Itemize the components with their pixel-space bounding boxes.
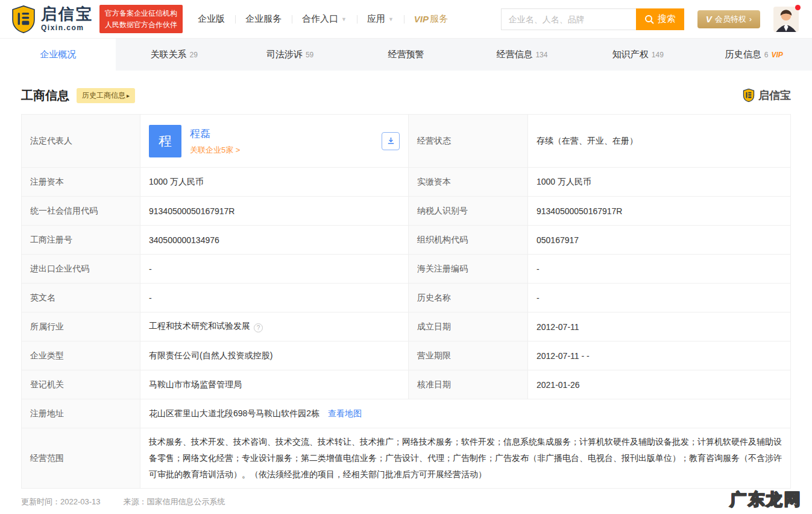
field-label: 经营范围 — [22, 428, 140, 489]
business-info-section: 工商信息 历史工商信息▸ 启信宝 法定代表人 程 — [0, 85, 812, 507]
field-label: 核准日期 — [409, 370, 528, 399]
field-value: - — [140, 255, 409, 284]
field-label: 法定代表人 — [22, 115, 140, 168]
field-label: 组织机构代码 — [409, 226, 528, 255]
update-time: 更新时间：2022-03-13 — [21, 497, 101, 507]
nav-item[interactable]: 企业服务 — [235, 13, 292, 25]
search-icon — [644, 14, 654, 24]
notification-dot — [795, 5, 801, 10]
field-label: 纳税人识别号 — [409, 197, 528, 226]
field-value: - — [528, 284, 791, 313]
legal-rep-name-link[interactable]: 程磊 — [190, 127, 240, 141]
nav-item[interactable]: 企业版 — [187, 13, 235, 25]
field-label: 企业类型 — [22, 341, 140, 370]
search-input[interactable] — [501, 8, 636, 30]
field-value: 马鞍山市市场监督管理局 — [140, 370, 409, 399]
vip-check-icon: V — [706, 14, 712, 24]
field-label: 成立日期 — [409, 313, 528, 341]
business-info-table: 法定代表人 程 程磊 关联企业5家 > — [21, 114, 791, 489]
tab[interactable]: 司法涉诉 59 — [232, 39, 348, 71]
avatar-image — [773, 7, 799, 32]
field-value: 050167917 — [528, 226, 791, 255]
field-label: 所属行业 — [22, 313, 140, 341]
field-value: - — [528, 255, 791, 284]
tab[interactable]: 企业概况 — [0, 39, 116, 71]
brand-domain: Qixin.com — [41, 24, 93, 32]
table-row-address: 注册地址 花山区霍里山大道北段698号马鞍山软件园2栋 查看地图 — [22, 399, 791, 428]
table-meta: 更新时间：2022-03-13 来源：国家信用信息公示系统 — [21, 497, 791, 507]
field-label: 营业期限 — [409, 341, 528, 370]
section-title: 工商信息 — [21, 87, 69, 104]
qixin-logo[interactable]: 启信宝 Qixin.com — [11, 5, 93, 33]
table-row: 登记机关 马鞍山市市场监督管理局 核准日期 2021-01-26 — [22, 370, 791, 399]
field-label: 统一社会信用代码 — [22, 197, 140, 226]
field-label: 英文名 — [22, 284, 140, 313]
download-icon — [386, 136, 395, 145]
field-value: 2012-07-11 — [528, 313, 791, 341]
chevron-down-icon: ▼ — [388, 16, 394, 22]
user-avatar[interactable] — [773, 7, 799, 32]
chevron-down-icon: ▼ — [341, 16, 347, 22]
table-row: 进出口企业代码 - 海关注册编码 - — [22, 255, 791, 284]
shield-logo-icon — [11, 5, 36, 33]
field-value: 1000 万人民币 — [528, 168, 791, 197]
field-value: 1000 万人民币 — [140, 168, 409, 197]
tab[interactable]: 经营信息 134 — [464, 39, 580, 71]
field-label: 登记机关 — [22, 370, 140, 399]
vip-privilege-button[interactable]: V 会员特权 › — [697, 10, 760, 28]
table-row: 企业类型 有限责任公司(自然人投资或控股) 营业期限 2012-07-11 - … — [22, 341, 791, 370]
field-label: 海关注册编码 — [409, 255, 528, 284]
certification-badge: 官方备案企业征信机构 人民数据官方合作伙伴 — [99, 5, 183, 33]
field-value: 2012-07-11 - - — [528, 341, 791, 370]
search-button[interactable]: 搜索 — [636, 8, 684, 30]
field-value: - — [140, 284, 409, 313]
field-value: 有限责任公司(自然人投资或控股) — [140, 341, 409, 370]
history-info-badge[interactable]: 历史工商信息▸ — [77, 88, 135, 103]
nav-item[interactable]: 应用 ▼ — [357, 13, 404, 25]
field-value: 91340500050167917R — [528, 197, 791, 226]
table-row: 英文名 - 历史名称 - — [22, 284, 791, 313]
nav-item[interactable]: 合作入口 ▼ — [292, 13, 357, 25]
tab[interactable]: 关联关系 29 — [116, 39, 231, 71]
table-row: 统一社会信用代码 91340500050167917R 纳税人识别号 91340… — [22, 197, 791, 226]
table-row-business-scope: 经营范围 技术服务、技术开发、技术咨询、技术交流、技术转让、技术推广；网络技术服… — [22, 428, 791, 489]
view-map-link[interactable]: 查看地图 — [328, 408, 362, 418]
field-value: 340500000134976 — [140, 226, 409, 255]
help-icon[interactable]: ? — [254, 323, 263, 332]
table-row: 工商注册号 340500000134976 组织机构代码 050167917 — [22, 226, 791, 255]
tab[interactable]: 知识产权 149 — [580, 39, 696, 71]
main-nav: 企业版 企业服务 合作入口 ▼ 应用 ▼ VIP — [187, 13, 458, 25]
field-label: 经营状态 — [409, 115, 528, 168]
nav-item[interactable]: VIP 服务 — [404, 13, 458, 25]
data-source: 来源：国家信用信息公示系统 — [124, 497, 225, 507]
page-watermark: 广东龙网 — [730, 489, 802, 510]
table-row-legal-rep: 法定代表人 程 程磊 关联企业5家 > — [22, 115, 791, 168]
field-label: 注册地址 — [22, 399, 140, 428]
brand-name: 启信宝 — [41, 6, 93, 22]
field-value: 91340500050167917R — [140, 197, 409, 226]
related-companies-link[interactable]: 关联企业5家 > — [190, 145, 240, 154]
download-button[interactable] — [382, 132, 400, 150]
field-value: 2021-01-26 — [528, 370, 791, 399]
legal-rep-avatar[interactable]: 程 — [149, 125, 181, 157]
field-label: 历史名称 — [409, 284, 528, 313]
field-label: 工商注册号 — [22, 226, 140, 255]
business-scope-text: 技术服务、技术开发、技术咨询、技术交流、技术转让、技术推广；网络技术服务；软件开… — [149, 434, 782, 483]
tab[interactable]: 经营预警 — [348, 39, 464, 71]
table-row: 注册资本 1000 万人民币 实缴资本 1000 万人民币 — [22, 168, 791, 197]
registered-address: 花山区霍里山大道北段698号马鞍山软件园2栋 — [149, 408, 319, 418]
field-value: 存续（在营、开业、在册） — [528, 115, 791, 168]
field-value: 工程和技术研究和试验发展? — [140, 313, 409, 341]
top-header: 启信宝 Qixin.com 官方备案企业征信机构 人民数据官方合作伙伴 企业版 … — [0, 0, 812, 39]
field-label: 进出口企业代码 — [22, 255, 140, 284]
corner-watermark-logo: 启信宝 — [743, 88, 791, 103]
tab[interactable]: 历史信息 6 VIP — [696, 39, 812, 71]
shield-logo-icon — [743, 89, 755, 102]
company-tabs: 企业概况 关联关系 29 司法涉诉 59 经营预警 经营信息 134 知识产 — [0, 39, 812, 71]
field-label: 实缴资本 — [409, 168, 528, 197]
header-search: 搜索 — [501, 8, 684, 30]
field-label: 注册资本 — [22, 168, 140, 197]
table-row: 所属行业 工程和技术研究和试验发展? 成立日期 2012-07-11 — [22, 313, 791, 341]
arrow-right-icon: ▸ — [127, 92, 130, 99]
